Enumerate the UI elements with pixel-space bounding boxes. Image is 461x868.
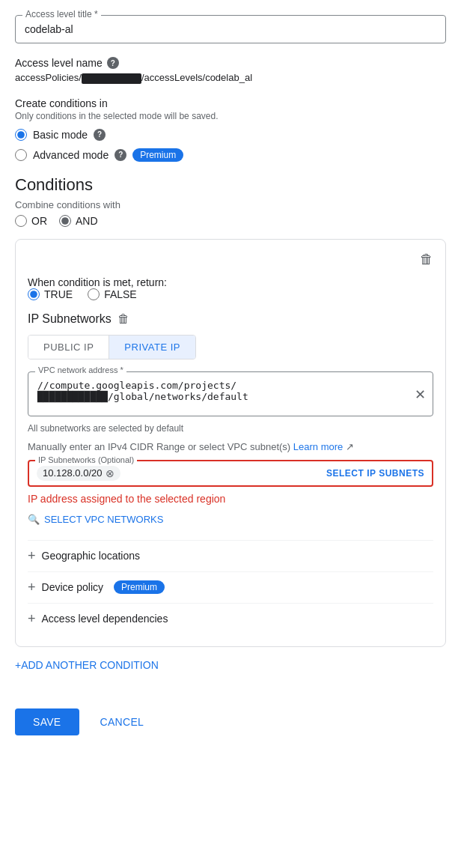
device-policy-premium-badge: Premium xyxy=(114,580,165,594)
device-policy-label: Device policy xyxy=(42,581,103,593)
geo-locations-label: Geographic locations xyxy=(42,550,141,562)
access-level-deps-expand-icon: + xyxy=(28,611,36,627)
all-subnets-hint: All subnetworks are selected by default xyxy=(28,423,433,434)
or-label-row[interactable]: OR xyxy=(15,215,47,227)
device-policy-expand-icon: + xyxy=(28,580,36,595)
access-level-title-field: Access level title * xyxy=(15,15,446,43)
redacted-project-id xyxy=(82,73,141,84)
combine-label: Combine conditions with xyxy=(15,199,446,210)
vpc-address-label: VPC network address * xyxy=(35,365,126,374)
ip-subnetworks-header: IP Subnetworks 🗑 xyxy=(28,312,433,326)
basic-mode-help-icon[interactable]: ? xyxy=(94,129,106,141)
true-false-row: TRUE FALSE xyxy=(28,288,433,300)
manual-enter-row: Manually enter an IPv4 CIDR Range or sel… xyxy=(28,441,433,452)
ip-subnets-label: IP Subnetworks (Optional) xyxy=(35,455,137,464)
select-ip-subnets-button[interactable]: SELECT IP SUBNETS xyxy=(326,468,424,479)
chip-remove-icon[interactable]: ⊗ xyxy=(106,467,115,479)
search-icon: 🔍 xyxy=(28,514,40,525)
access-level-name-label-row: Access level name ? xyxy=(15,57,446,69)
false-label-row[interactable]: FALSE xyxy=(88,288,137,300)
advanced-mode-label[interactable]: Advanced mode xyxy=(33,149,109,161)
delete-ip-subnetworks-icon[interactable]: 🗑 xyxy=(117,312,129,326)
access-level-deps-label: Access level dependencies xyxy=(42,613,168,625)
ip-subnets-field: IP Subnetworks (Optional) 10.128.0.0/20 … xyxy=(28,460,433,487)
when-condition-label: When condition is met, return: xyxy=(28,276,433,288)
or-label: OR xyxy=(31,215,47,227)
private-ip-tab[interactable]: PRIVATE IP xyxy=(109,336,195,359)
public-ip-tab[interactable]: PUBLIC IP xyxy=(28,336,109,359)
advanced-mode-help-icon[interactable]: ? xyxy=(115,149,126,161)
true-label-row[interactable]: TRUE xyxy=(28,288,73,300)
conditions-section: Conditions Combine conditions with OR AN… xyxy=(15,175,446,694)
advanced-mode-premium-badge: Premium xyxy=(132,148,183,162)
and-radio[interactable] xyxy=(59,215,71,227)
conditions-title: Conditions xyxy=(15,175,446,195)
and-label: AND xyxy=(76,215,98,227)
access-level-title-label: Access level title * xyxy=(22,9,101,19)
advanced-mode-row: Advanced mode ? Premium xyxy=(15,148,446,162)
select-vpc-label: SELECT VPC NETWORKS xyxy=(44,514,163,525)
create-conditions-hint: Only conditions in the selected mode wil… xyxy=(15,111,446,121)
ip-warning: IP address assigned to the selected regi… xyxy=(28,493,433,505)
add-condition-link[interactable]: +ADD ANOTHER CONDITION xyxy=(15,659,159,671)
select-vpc-networks-row[interactable]: 🔍 SELECT VPC NETWORKS xyxy=(28,514,433,525)
geo-locations-row[interactable]: + Geographic locations xyxy=(28,540,433,571)
access-level-deps-row[interactable]: + Access level dependencies xyxy=(28,603,433,634)
access-level-name-help-icon[interactable]: ? xyxy=(107,57,119,69)
access-level-name-section: Access level name ? accessPolicies//acce… xyxy=(15,57,446,84)
access-level-name-label: Access level name xyxy=(15,57,103,69)
create-conditions-section: Create conditions in Only conditions in … xyxy=(15,97,446,162)
geo-locations-expand-icon: + xyxy=(28,548,36,564)
true-label: TRUE xyxy=(44,288,73,300)
ip-tabs: PUBLIC IP PRIVATE IP xyxy=(28,335,196,359)
device-policy-row[interactable]: + Device policy Premium xyxy=(28,571,433,603)
cancel-button[interactable]: CANCEL xyxy=(88,708,156,735)
save-button[interactable]: SAVE xyxy=(15,708,79,735)
true-radio[interactable] xyxy=(28,288,40,300)
and-label-row[interactable]: AND xyxy=(59,215,98,227)
false-label: FALSE xyxy=(104,288,137,300)
create-conditions-title: Create conditions in xyxy=(15,97,446,109)
expandable-section: + Geographic locations + Device policy P… xyxy=(28,540,433,634)
access-level-name-value: accessPolicies//accessLevels/codelab_al xyxy=(15,72,446,84)
ip-chip: 10.128.0.0/20 ⊗ xyxy=(37,466,120,481)
learn-more-link[interactable]: Learn more xyxy=(293,441,343,452)
false-radio[interactable] xyxy=(88,288,100,300)
basic-mode-label[interactable]: Basic mode xyxy=(33,129,88,141)
basic-mode-row: Basic mode ? xyxy=(15,129,446,141)
or-radio[interactable] xyxy=(15,215,27,227)
vpc-clear-icon[interactable]: ✕ xyxy=(415,386,426,403)
advanced-mode-radio[interactable] xyxy=(15,149,27,161)
delete-condition-icon[interactable]: 🗑 xyxy=(420,252,433,267)
basic-mode-radio[interactable] xyxy=(15,129,27,141)
condition-card-header: 🗑 xyxy=(28,252,433,267)
vpc-address-field: VPC network address * //compute.googleap… xyxy=(28,371,433,419)
combine-row: OR AND xyxy=(15,215,446,227)
condition-card: 🗑 When condition is met, return: TRUE FA… xyxy=(15,239,446,647)
ip-subnetworks-title: IP Subnetworks xyxy=(28,312,112,326)
bottom-actions: SAVE CANCEL xyxy=(15,708,446,735)
ip-chip-value: 10.128.0.0/20 xyxy=(43,467,103,479)
vpc-address-input[interactable]: //compute.googleapis.com/projects/<span … xyxy=(28,371,433,416)
